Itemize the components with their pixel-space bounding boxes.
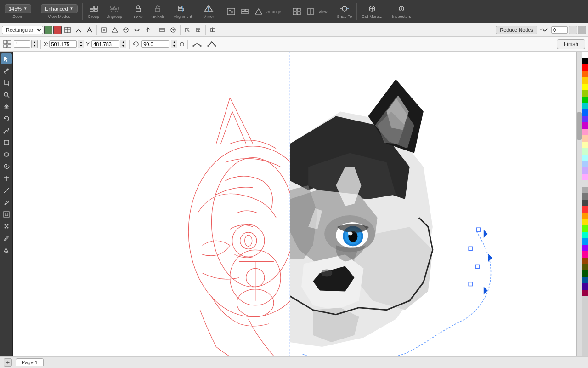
color-swatch-24[interactable] [582, 206, 588, 213]
node-smooth-btn[interactable] [191, 40, 204, 49]
pattern-tool[interactable] [1, 221, 12, 232]
tb2-btn-3[interactable] [85, 26, 95, 34]
color-swatch-33[interactable] [582, 264, 588, 270]
eyedropper-tool[interactable] [1, 233, 12, 244]
pan-tool[interactable] [1, 101, 12, 112]
view-button-1[interactable] [291, 7, 303, 16]
color-swatch-32[interactable] [582, 258, 588, 264]
color-swatch-19[interactable] [582, 174, 588, 180]
node-count-input[interactable] [14, 40, 30, 48]
text-tool[interactable] [1, 173, 12, 184]
line-tool[interactable] [1, 185, 12, 196]
reduce-nodes-button[interactable]: Reduce Nodes [496, 26, 537, 34]
color-swatch-11[interactable] [582, 122, 588, 129]
zoom-dropdown[interactable]: 145% ▼ [5, 4, 31, 13]
color-swatch-20[interactable] [582, 180, 588, 187]
view-mode-dropdown[interactable]: Enhanced ▼ [41, 4, 77, 13]
smoothness-input[interactable] [551, 26, 568, 34]
inspectors-button[interactable] [395, 4, 408, 13]
select-tool[interactable] [1, 53, 12, 64]
color-swatch-27[interactable] [582, 225, 588, 232]
y-down[interactable]: ▼ [120, 44, 126, 48]
node-count-down[interactable]: ▼ [32, 44, 37, 48]
scroll-thumb[interactable] [577, 112, 582, 140]
mirror-button[interactable] [202, 4, 215, 13]
smooth-icon-btn[interactable] [538, 26, 550, 34]
arrange-button-3[interactable] [253, 7, 265, 16]
spiral-tool[interactable] [1, 161, 12, 172]
color-swatch-17[interactable] [582, 161, 588, 167]
color-swatch-7[interactable] [582, 97, 588, 103]
color-swatch-8[interactable] [582, 103, 588, 109]
tb2-btn-6[interactable] [121, 26, 131, 34]
y-input[interactable] [91, 40, 119, 48]
color-swatch-1[interactable] [582, 58, 588, 64]
rotation-down[interactable]: ▼ [171, 44, 177, 48]
fill-color-btn[interactable] [44, 26, 52, 34]
color-swatch-26[interactable] [582, 219, 588, 225]
node-count-up[interactable]: ▲ [32, 40, 37, 44]
group-button[interactable] [87, 4, 100, 13]
rotation-up[interactable]: ▲ [171, 40, 177, 44]
tb2-btn-7[interactable] [132, 26, 142, 34]
color-swatch-16[interactable] [582, 155, 588, 161]
tb2-btn-13[interactable] [208, 26, 218, 34]
stroke-color-2-btn[interactable] [578, 26, 586, 34]
finish-button[interactable]: Finish [557, 39, 585, 49]
color-swatch-14[interactable] [582, 142, 588, 148]
color-swatch-10[interactable] [582, 116, 588, 122]
snap-button[interactable] [338, 4, 351, 13]
frame-tool[interactable] [1, 209, 12, 220]
color-swatch-15[interactable] [582, 148, 588, 155]
paint-tool[interactable] [1, 197, 12, 208]
rotate-tool[interactable] [1, 113, 12, 124]
x-down[interactable]: ▼ [78, 44, 84, 48]
y-up[interactable]: ▲ [120, 40, 126, 44]
color-swatch-6[interactable] [582, 90, 588, 97]
color-swatch-2[interactable] [582, 64, 588, 71]
color-swatch-22[interactable] [582, 193, 588, 200]
tb2-btn-12[interactable] [193, 26, 204, 34]
stroke-color-btn[interactable] [53, 26, 62, 34]
tb2-btn-4[interactable] [99, 26, 109, 34]
page-tab-1[interactable]: Page 1 [16, 358, 44, 366]
add-page-button[interactable]: + [4, 358, 12, 367]
color-swatch-31[interactable] [582, 251, 588, 258]
color-swatch-0[interactable] [582, 52, 588, 58]
tb2-btn-8[interactable] [143, 26, 153, 34]
color-swatch-35[interactable] [582, 277, 588, 283]
shape-selector[interactable]: Rectangular [2, 26, 43, 34]
color-swatch-9[interactable] [582, 109, 588, 116]
tb2-btn-10[interactable] [168, 26, 178, 34]
ellipse-tool[interactable] [1, 149, 12, 160]
color-swatch-3[interactable] [582, 71, 588, 77]
arrange-button-1[interactable] [225, 7, 237, 16]
color-swatch-28[interactable] [582, 232, 588, 238]
view-button-2[interactable] [305, 7, 317, 16]
color-swatch-13[interactable] [582, 135, 588, 142]
arrange-button-2[interactable] [239, 7, 251, 16]
tb2-btn-1[interactable] [62, 26, 73, 34]
node-tool[interactable] [1, 65, 12, 76]
pen-tool[interactable] [1, 125, 12, 136]
color-swatch-36[interactable] [582, 283, 588, 290]
color-swatch-25[interactable] [582, 213, 588, 219]
color-swatch-34[interactable] [582, 270, 588, 277]
color-swatch-29[interactable] [582, 238, 588, 245]
fill-color-2-btn[interactable] [569, 26, 577, 34]
crop-tool[interactable] [1, 77, 12, 88]
color-swatch-37[interactable] [582, 290, 588, 296]
color-swatch-23[interactable] [582, 200, 588, 206]
tb2-btn-5[interactable] [110, 26, 120, 34]
color-swatch-30[interactable] [582, 245, 588, 251]
node-corner-btn[interactable] [205, 40, 218, 49]
lock-button[interactable] [133, 4, 144, 14]
tb2-btn-2[interactable] [74, 26, 84, 34]
color-swatch-18[interactable] [582, 167, 588, 174]
fill-tool[interactable] [1, 245, 12, 256]
drawing-canvas[interactable] [13, 52, 576, 356]
get-more-button[interactable] [366, 4, 379, 13]
vertical-scrollbar[interactable] [576, 52, 582, 356]
alignment-button[interactable] [176, 4, 190, 13]
x-input[interactable] [49, 40, 77, 48]
